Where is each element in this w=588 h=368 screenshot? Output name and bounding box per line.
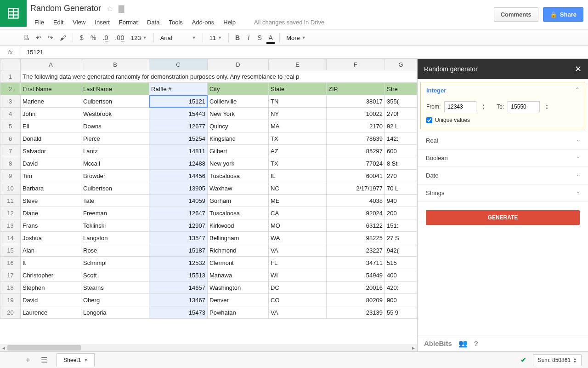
header-cell[interactable]: Last Name <box>81 83 149 95</box>
cell[interactable]: It <box>21 257 81 269</box>
percent-icon[interactable]: % <box>88 32 99 43</box>
star-icon[interactable]: ☆ <box>107 4 113 13</box>
cell[interactable]: 13467 <box>149 294 208 306</box>
row-header[interactable]: 17 <box>0 269 21 282</box>
header-cell[interactable]: City <box>208 83 269 95</box>
folder-icon[interactable]: ▇ <box>119 4 124 13</box>
cell[interactable]: Schrimpf <box>81 257 149 269</box>
to-input[interactable] <box>508 101 540 112</box>
unique-checkbox[interactable]: Unique values <box>426 117 579 123</box>
people-icon[interactable]: 👥 <box>458 339 468 348</box>
cell[interactable]: 14657 <box>149 282 208 294</box>
cell[interactable]: 92 L <box>385 120 417 132</box>
cell[interactable]: Tuscaloosa <box>208 170 269 182</box>
cell[interactable]: Alan <box>21 244 81 257</box>
col-G[interactable]: G <box>385 59 417 70</box>
cell[interactable]: Diane <box>21 207 81 219</box>
cell[interactable]: Culbertson <box>81 182 149 195</box>
cell[interactable]: Pierce <box>81 132 149 145</box>
cell[interactable]: MA <box>269 120 327 132</box>
cell[interactable]: 12532 <box>149 257 208 269</box>
cell[interactable]: Stearns <box>81 282 149 294</box>
cell[interactable]: Richmond <box>208 244 269 257</box>
cell[interactable]: 270! <box>385 108 417 120</box>
row-header[interactable]: 13 <box>0 219 21 232</box>
generate-button[interactable]: GENERATE <box>426 210 580 225</box>
cell[interactable]: 900 <box>385 294 417 306</box>
row-header[interactable]: 7 <box>0 145 21 157</box>
cell[interactable]: Scott <box>81 269 149 282</box>
cell[interactable]: MO <box>269 219 327 232</box>
header-cell[interactable]: Stre <box>385 83 417 95</box>
cell[interactable]: 200 <box>385 207 417 219</box>
cell[interactable]: 355( <box>385 95 417 108</box>
menu-addons[interactable]: Add-ons <box>188 17 218 28</box>
row-header[interactable]: 16 <box>0 257 21 269</box>
cell[interactable]: Mccall <box>81 157 149 170</box>
header-cell[interactable]: First Name <box>21 83 81 95</box>
cell[interactable]: DC <box>269 282 327 294</box>
dec-decrease-icon[interactable]: .0̲ <box>100 32 111 43</box>
row-header[interactable]: 3 <box>0 95 21 108</box>
cell[interactable]: Downs <box>81 120 149 132</box>
cell[interactable]: 15443 <box>149 108 208 120</box>
cell[interactable]: 15513 <box>149 269 208 282</box>
text-color-icon[interactable]: A <box>266 32 276 43</box>
cell[interactable]: Browder <box>81 170 149 182</box>
cell[interactable]: AZ <box>269 145 327 157</box>
row-header[interactable]: 6 <box>0 132 21 145</box>
col-C[interactable]: C <box>149 59 208 70</box>
cell[interactable]: 78639 <box>327 132 385 145</box>
doc-title[interactable]: Random Generator <box>30 4 101 13</box>
cell[interactable]: NC <box>269 182 327 195</box>
cell[interactable]: John <box>21 108 81 120</box>
cell[interactable]: VA <box>269 306 327 319</box>
sum-box[interactable]: Sum: 850861▲▼ <box>533 354 582 366</box>
undo-icon[interactable]: ↶ <box>33 32 44 43</box>
comments-button[interactable]: Comments <box>494 7 538 22</box>
cell[interactable]: 420: <box>385 282 417 294</box>
cell[interactable]: Denver <box>208 294 269 306</box>
cell[interactable]: Powhatan <box>208 306 269 319</box>
cell[interactable]: Eli <box>21 120 81 132</box>
cell[interactable]: New york <box>208 157 269 170</box>
cell[interactable]: Stephen <box>21 282 81 294</box>
col-A[interactable]: A <box>21 59 81 70</box>
cell[interactable]: ME <box>269 195 327 207</box>
cell[interactable]: 14811 <box>149 145 208 157</box>
cell[interactable]: Frans <box>21 219 81 232</box>
cell[interactable]: IL <box>269 170 327 182</box>
cell[interactable]: 942( <box>385 244 417 257</box>
cell[interactable]: 13547 <box>149 232 208 244</box>
col-E[interactable]: E <box>269 59 327 70</box>
header-cell[interactable]: State <box>269 83 327 95</box>
row-header[interactable]: 10 <box>0 182 21 195</box>
cell[interactable]: Donald <box>21 132 81 145</box>
row-header[interactable]: 8 <box>0 157 21 170</box>
sheet-tab[interactable]: Sheet1▼ <box>57 353 95 367</box>
cell[interactable]: Steve <box>21 195 81 207</box>
row-header[interactable]: 15 <box>0 244 21 257</box>
cell[interactable]: 15187 <box>149 244 208 257</box>
cell[interactable]: 27 S <box>385 232 417 244</box>
horizontal-scrollbar[interactable]: ◄ ► <box>0 344 417 351</box>
cell[interactable]: 23227 <box>327 244 385 257</box>
col-B[interactable]: B <box>81 59 149 70</box>
close-icon[interactable]: ✕ <box>575 64 582 74</box>
row-header[interactable]: 11 <box>0 195 21 207</box>
menu-edit[interactable]: Edit <box>49 17 68 28</box>
status-ok-icon[interactable]: ✔ <box>520 356 526 364</box>
from-input[interactable] <box>444 101 476 112</box>
cell[interactable]: Gorham <box>208 195 269 207</box>
sheets-logo[interactable] <box>0 0 27 27</box>
cell[interactable]: Rose <box>81 244 149 257</box>
cell[interactable]: Freeman <box>81 207 149 219</box>
cell[interactable]: 55 9 <box>385 306 417 319</box>
cell[interactable]: Collierville <box>208 95 269 108</box>
from-down-icon[interactable]: ▼ <box>480 107 486 110</box>
cell[interactable]: 600 <box>385 145 417 157</box>
cell[interactable]: Longoria <box>81 306 149 319</box>
cell[interactable]: Washington <box>208 282 269 294</box>
col-D[interactable]: D <box>208 59 269 70</box>
menu-view[interactable]: View <box>68 17 90 28</box>
